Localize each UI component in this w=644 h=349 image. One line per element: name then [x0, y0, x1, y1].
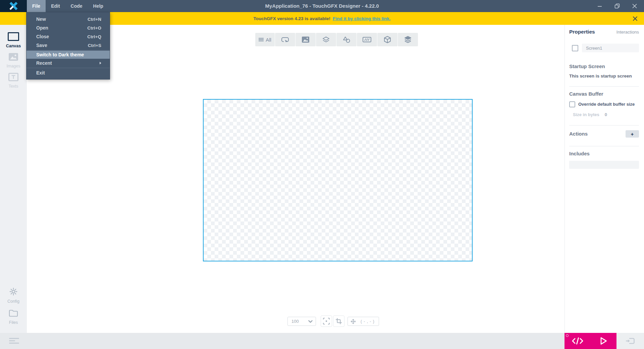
- filter-buttons-button[interactable]: [275, 33, 295, 46]
- zoom-level-dropdown[interactable]: 100: [287, 317, 316, 326]
- run-target-button[interactable]: [616, 333, 644, 349]
- banner-message: TouchGFX version 4.23 is available!: [254, 16, 330, 21]
- buffer-size-label: Size in bytes: [573, 112, 599, 117]
- left-sidebar: Canvas Images Texts: [0, 25, 27, 333]
- override-buffer-label: Override default buffer size: [578, 102, 635, 107]
- filter-shapes-button[interactable]: [336, 33, 357, 46]
- filter-images-button[interactable]: [296, 33, 316, 46]
- file-menu-item-new[interactable]: New Ctrl+N: [26, 15, 110, 23]
- override-buffer-row: Override default buffer size: [569, 101, 639, 107]
- image-widget-icon: [302, 36, 310, 43]
- layers-widget-icon: [404, 36, 412, 44]
- container-widget-icon: [322, 36, 330, 43]
- startup-screen-header: Startup Screen: [569, 63, 639, 69]
- sidebar-item-label: Canvas: [6, 44, 21, 48]
- texts-icon: [8, 73, 18, 81]
- shortcut-label: Ctrl+S: [88, 43, 101, 48]
- design-canvas[interactable]: [203, 99, 473, 261]
- section-divider: [569, 146, 639, 146]
- banner-close-icon: [633, 16, 638, 21]
- widget-filter-toolbar: All: [255, 33, 418, 46]
- box3d-widget-icon: [383, 36, 391, 44]
- zoom-level-value: 100: [291, 319, 308, 324]
- bottom-bar: [0, 333, 644, 349]
- cursor-coordinates-value: ( - , - ): [361, 319, 375, 324]
- buffer-size-value: 0: [605, 112, 607, 117]
- run-target-icon: [625, 337, 635, 345]
- banner-close-button[interactable]: [629, 12, 641, 25]
- buffer-size-row: Size in bytes 0: [573, 112, 639, 117]
- tab-interactions[interactable]: Interactions: [616, 30, 639, 35]
- notification-dot: [566, 334, 569, 337]
- run-simulator-button[interactable]: [591, 333, 617, 349]
- touchgfx-x-icon: [8, 2, 19, 10]
- file-menu-item-open[interactable]: Open Ctrl+O: [26, 23, 110, 32]
- menu-edit[interactable]: Edit: [46, 0, 65, 12]
- window-controls: [591, 0, 643, 12]
- generate-code-icon: [572, 337, 584, 345]
- includes-header: Includes: [569, 151, 639, 157]
- filter-all-button[interactable]: All: [255, 33, 275, 46]
- fit-to-screen-button[interactable]: [321, 315, 332, 327]
- canvas-icon: [8, 32, 19, 41]
- shortcut-label: Ctrl+Q: [87, 34, 101, 39]
- startup-screen-status: This screen is startup screen: [569, 73, 639, 79]
- sidebar-item-images[interactable]: Images: [0, 53, 27, 68]
- close-icon: [632, 4, 637, 8]
- includes-input[interactable]: [569, 161, 639, 169]
- minimize-button[interactable]: [591, 0, 608, 12]
- crop-view-button[interactable]: [333, 315, 344, 327]
- close-window-button[interactable]: [626, 0, 643, 12]
- file-menu-item-close[interactable]: Close Ctrl+Q: [26, 32, 110, 41]
- filter-layers-button[interactable]: [398, 33, 418, 46]
- menubar: File Edit Code Help: [27, 0, 109, 12]
- sidebar-item-texts[interactable]: Texts: [0, 73, 27, 89]
- section-divider: [569, 86, 639, 87]
- section-divider: [569, 125, 639, 126]
- override-buffer-checkbox[interactable]: [569, 101, 575, 107]
- canvas-buffer-header: Canvas Buffer: [569, 91, 639, 97]
- file-menu-item-recent[interactable]: Recent: [26, 59, 110, 67]
- menu-help[interactable]: Help: [88, 0, 109, 12]
- run-actions-block: [565, 333, 616, 349]
- shortcut-label: Ctrl+O: [87, 26, 101, 31]
- filter-3d-button[interactable]: [377, 33, 397, 46]
- sidebar-item-files[interactable]: Files: [0, 309, 27, 325]
- submenu-arrow-icon: [100, 62, 101, 64]
- sidebar-item-config[interactable]: Config: [0, 287, 27, 304]
- file-menu-dropdown: New Ctrl+N Open Ctrl+O Close Ctrl+Q Save…: [26, 12, 110, 80]
- tab-properties[interactable]: Properties: [569, 29, 595, 35]
- sidebar-item-label: Files: [9, 320, 18, 325]
- panel-tabs: Properties Interactions: [569, 29, 639, 35]
- add-action-button[interactable]: +: [626, 130, 639, 138]
- files-folder-icon: [8, 309, 18, 317]
- menu-divider: [26, 50, 110, 50]
- screen-checkbox[interactable]: [572, 45, 578, 51]
- sidebar-item-label: Config: [7, 299, 19, 304]
- screen-name-row: Screen1: [569, 44, 639, 52]
- bottom-menu-button[interactable]: [9, 338, 19, 344]
- sidebar-item-canvas[interactable]: Canvas: [0, 32, 27, 48]
- actions-header: Actions: [569, 131, 588, 137]
- titlebar: MyApplication_76 - TouchGFX Designer - 4…: [0, 0, 644, 12]
- all-filter-icon: [259, 38, 264, 42]
- filter-progress-button[interactable]: [357, 33, 377, 46]
- restore-button[interactable]: [608, 0, 626, 12]
- sidebar-item-label: Images: [7, 64, 20, 68]
- button-widget-icon: [281, 36, 289, 44]
- cursor-coordinates-box: ( - , - ): [347, 317, 379, 326]
- shortcut-label: Ctrl+N: [88, 17, 101, 22]
- properties-panel: Properties Interactions Screen1 Startup …: [565, 25, 644, 333]
- file-menu-item-save[interactable]: Save Ctrl+S: [26, 41, 110, 50]
- minimize-icon: [597, 4, 602, 8]
- move-icon: [351, 319, 356, 324]
- screen-name-field[interactable]: Screen1: [582, 44, 639, 52]
- banner-update-link[interactable]: Find it by clicking this link.: [333, 16, 391, 21]
- file-menu-item-exit[interactable]: Exit: [26, 68, 110, 77]
- actions-row: Actions +: [569, 130, 639, 138]
- menu-divider: [26, 68, 110, 68]
- menu-code[interactable]: Code: [65, 0, 88, 12]
- menu-file[interactable]: File: [27, 0, 46, 12]
- file-menu-item-switch-theme[interactable]: Switch to Dark theme: [26, 51, 110, 59]
- filter-containers-button[interactable]: [316, 33, 336, 46]
